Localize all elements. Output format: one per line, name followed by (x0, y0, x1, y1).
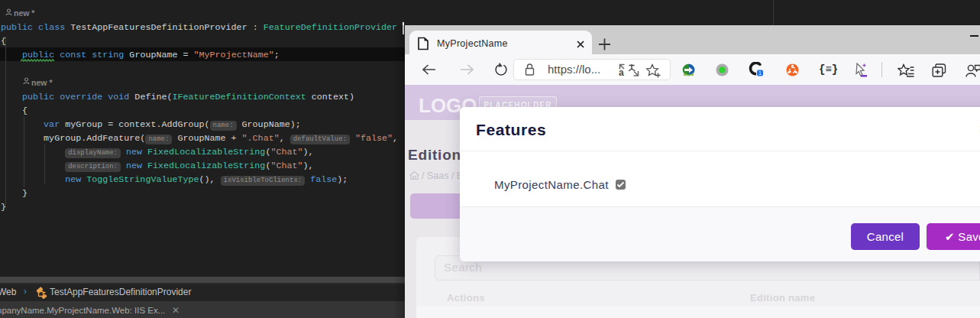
svg-text:1: 1 (758, 70, 762, 76)
svg-text:a: a (619, 67, 624, 76)
